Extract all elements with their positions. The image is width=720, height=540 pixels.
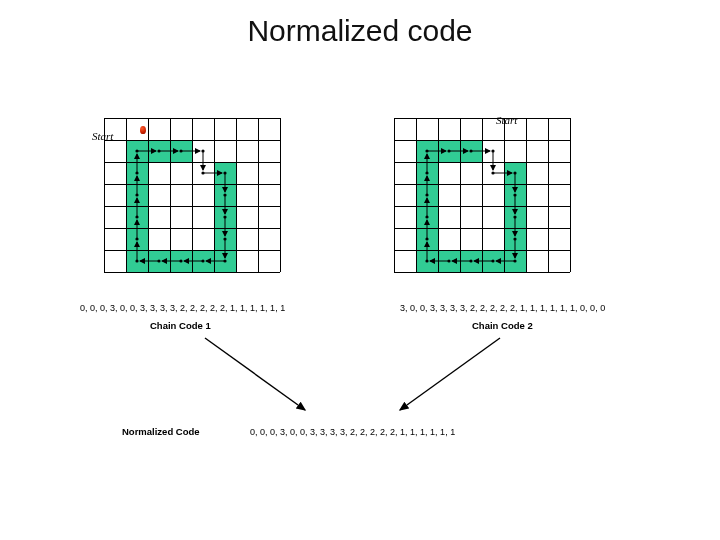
grid-right (394, 118, 570, 272)
right-grid-block: Start (394, 118, 586, 272)
boundary-arrows-left (104, 118, 280, 272)
svg-line-72 (205, 338, 305, 410)
grid-left (104, 118, 280, 272)
chain-code-2-values: 3, 0, 0, 3, 3, 3, 3, 2, 2, 2, 2, 2, 1, 1… (400, 303, 605, 313)
chain-code-2-label: Chain Code 2 (472, 320, 533, 331)
normalized-code-values: 0, 0, 0, 3, 0, 0, 3, 3, 3, 3, 2, 2, 2, 2… (250, 427, 455, 437)
svg-line-73 (400, 338, 500, 410)
page-title: Normalized code (0, 14, 720, 48)
chain-code-1-values: 0, 0, 0, 3, 0, 0, 3, 3, 3, 3, 2, 2, 2, 2… (80, 303, 285, 313)
left-grid-block: Start (104, 118, 296, 272)
normalized-code-label: Normalized Code (122, 426, 200, 437)
chain-code-1-label: Chain Code 1 (150, 320, 211, 331)
boundary-arrows-right (394, 118, 570, 272)
